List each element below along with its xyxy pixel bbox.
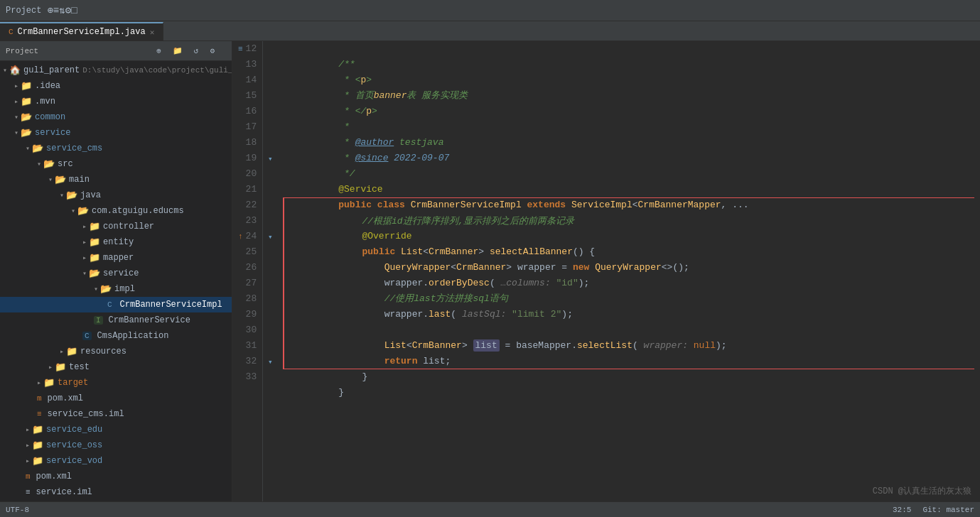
title-icon-window[interactable]: □ bbox=[71, 5, 77, 16]
tree-arrow-service-edu: ▸ bbox=[26, 425, 30, 434]
tree-item-service[interactable]: ▾ 📂 service bbox=[0, 125, 232, 141]
tree-arrow-mapper: ▸ bbox=[82, 254, 87, 262]
service-oss-icon: 📁 bbox=[32, 440, 43, 451]
impl-icon: 📂 bbox=[100, 283, 112, 295]
tree-item-service-oss[interactable]: ▸ 📁 service_oss bbox=[0, 437, 232, 453]
tree-label-entity: entity bbox=[103, 237, 134, 247]
tree-label-service-oss: service_oss bbox=[46, 440, 102, 450]
tree-item-service-edu[interactable]: ▸ 📁 service_edu bbox=[0, 422, 232, 437]
tree-label-resources: resources bbox=[80, 347, 126, 357]
tree-item-pom-cms[interactable]: m pom.xml bbox=[0, 391, 232, 406]
tree-item-src[interactable]: ▾ 📂 src bbox=[0, 156, 232, 172]
crm-banner-service-icon: I bbox=[94, 316, 103, 325]
status-text: UTF-8 bbox=[6, 506, 29, 514]
sidebar-tree: ▾ 🏠 guli_parent D:\study\java\code\proje… bbox=[0, 61, 232, 501]
tree-item-service-vod[interactable]: ▸ 📁 service_vod bbox=[0, 453, 232, 469]
tree-label-main: main bbox=[69, 175, 90, 185]
tree-item-com[interactable]: ▾ 📂 com.atguigu.educms bbox=[0, 203, 232, 219]
gutter-25 bbox=[263, 244, 277, 260]
tree-label-service: service bbox=[35, 128, 70, 138]
service-edu-icon: 📁 bbox=[32, 424, 43, 435]
tree-item-mvn[interactable]: ▸ 📁 .mvn bbox=[0, 94, 232, 109]
watermark-text: CSDN @认真生活的灰太狼 bbox=[873, 486, 971, 496]
tree-label-service-inner: service bbox=[103, 268, 139, 278]
mapper-icon: 📁 bbox=[89, 252, 100, 263]
code-line-20: @Service bbox=[283, 166, 974, 182]
title-bar: Project ⊕ ≡ ⇅ ⚙ □ bbox=[0, 0, 980, 21]
main-icon: 📂 bbox=[55, 174, 66, 185]
tree-item-java[interactable]: ▾ 📂 java bbox=[0, 187, 232, 203]
tree-item-mapper[interactable]: ▸ 📁 mapper bbox=[0, 250, 232, 266]
tree-label-service-cms: service_cms bbox=[46, 143, 102, 153]
gutter-29 bbox=[263, 307, 277, 322]
git-branch: Git: master bbox=[922, 506, 974, 514]
code-line-13: * <p> bbox=[283, 57, 974, 72]
tab-crm-banner[interactable]: C CrmBannerServiceImpl.java ✕ bbox=[0, 22, 163, 40]
sidebar-icon-folder[interactable]: 📁 bbox=[173, 46, 183, 55]
gutter: ▾ ▾ ▾ bbox=[263, 41, 277, 501]
sidebar: Project ⊕ 📁 ↺ ⚙ ▾ 🏠 guli_parent D:\study… bbox=[0, 41, 232, 501]
tree-item-entity[interactable]: ▸ 📁 entity bbox=[0, 234, 232, 250]
sidebar-header: Project ⊕ 📁 ↺ ⚙ bbox=[0, 41, 232, 61]
tree-arrow-service-inner: ▾ bbox=[82, 269, 87, 278]
tree-item-test[interactable]: ▸ 📁 test bbox=[0, 359, 232, 375]
line-num-27: 27 bbox=[238, 276, 257, 291]
sidebar-icon-new[interactable]: ⊕ bbox=[156, 46, 161, 55]
tree-label-path: D:\study\java\code\project\guli_parent bbox=[82, 66, 232, 75]
tree-item-cms-app[interactable]: C CmsApplication bbox=[0, 328, 232, 344]
line-num-31: 31 bbox=[238, 338, 257, 354]
title-icon-list[interactable]: ≡ bbox=[53, 5, 59, 16]
editor[interactable]: ≡ 12 13 14 15 16 17 18 19 20 21 22 23 ↑ … bbox=[232, 41, 980, 501]
tree-item-idea[interactable]: ▸ 📁 .idea bbox=[0, 78, 232, 94]
code-line-16: * bbox=[283, 104, 974, 119]
tree-arrow-root: ▾ bbox=[3, 66, 7, 75]
gutter-20 bbox=[263, 166, 277, 182]
tree-item-target[interactable]: ▸ 📁 target bbox=[0, 375, 232, 391]
title-icon-split[interactable]: ⇅ bbox=[59, 4, 65, 16]
cms-app-icon: C bbox=[82, 332, 92, 340]
marker-12: ≡ bbox=[238, 41, 243, 57]
line-num-18: 18 bbox=[238, 135, 257, 151]
line-num-22: 22 bbox=[238, 197, 257, 213]
crm-banner-impl-file-icon: C bbox=[105, 300, 114, 309]
tree-item-service-iml[interactable]: ≡ service.iml bbox=[0, 484, 232, 500]
tree-item-resources[interactable]: ▸ 📁 resources bbox=[0, 344, 232, 359]
tree-arrow-impl: ▾ bbox=[94, 285, 98, 293]
tree-item-controller[interactable]: ▸ 📁 controller bbox=[0, 219, 232, 234]
code-lines[interactable]: /** * <p> * 首页banner表 服务实现类 * </p> * bbox=[277, 41, 980, 501]
line-num-13: 13 bbox=[238, 57, 257, 72]
tree-item-common[interactable]: ▾ 📂 common bbox=[0, 109, 232, 125]
tree-item-crm-banner-impl[interactable]: C CrmBannerServiceImpl bbox=[0, 297, 232, 312]
tree-label-root: guli_parent bbox=[23, 65, 80, 75]
code-line-30: List<CrmBanner> list = baseMapper.select… bbox=[283, 322, 974, 338]
sidebar-icon-sync[interactable]: ↺ bbox=[194, 46, 199, 55]
tab-close-icon[interactable]: ✕ bbox=[150, 28, 155, 37]
tree-arrow-controller: ▸ bbox=[82, 222, 87, 231]
tree-label-cms-app: CmsApplication bbox=[97, 331, 169, 341]
tree-item-service-cms-iml[interactable]: ≡ service_cms.iml bbox=[0, 406, 232, 422]
line-num-14: 14 bbox=[238, 72, 257, 88]
tree-arrow-java: ▾ bbox=[60, 191, 64, 200]
tree-item-impl[interactable]: ▾ 📂 impl bbox=[0, 281, 232, 297]
tree-item-crm-banner-service[interactable]: I CrmBannerService bbox=[0, 312, 232, 328]
tree-label-service-vod: service_vod bbox=[46, 456, 102, 466]
cms-iml-icon: ≡ bbox=[37, 410, 42, 418]
tree-label-java: java bbox=[80, 190, 101, 200]
com-icon: 📂 bbox=[77, 205, 89, 217]
line-num-17: 17 bbox=[238, 119, 257, 135]
title-icon-new[interactable]: ⊕ bbox=[47, 4, 53, 16]
tree-arrow-service: ▾ bbox=[14, 129, 18, 137]
pom-cms-icon: m bbox=[37, 394, 42, 403]
service-iml-icon: ≡ bbox=[26, 488, 31, 496]
tree-item-service-cms[interactable]: ▾ 📂 service_cms bbox=[0, 141, 232, 156]
gutter-12 bbox=[263, 41, 277, 57]
title-icon-gear[interactable]: ⚙ bbox=[65, 4, 71, 16]
tree-label-com: com.atguigu.educms bbox=[92, 206, 184, 216]
tree-arrow-target: ▸ bbox=[37, 379, 41, 387]
gutter-16 bbox=[263, 104, 277, 119]
tree-item-service-inner[interactable]: ▾ 📂 service bbox=[0, 266, 232, 281]
tree-item-root[interactable]: ▾ 🏠 guli_parent D:\study\java\code\proje… bbox=[0, 62, 232, 78]
tree-item-pom-service[interactable]: m pom.xml bbox=[0, 469, 232, 484]
tree-item-main[interactable]: ▾ 📂 main bbox=[0, 172, 232, 187]
sidebar-icon-settings[interactable]: ⚙ bbox=[210, 46, 215, 55]
